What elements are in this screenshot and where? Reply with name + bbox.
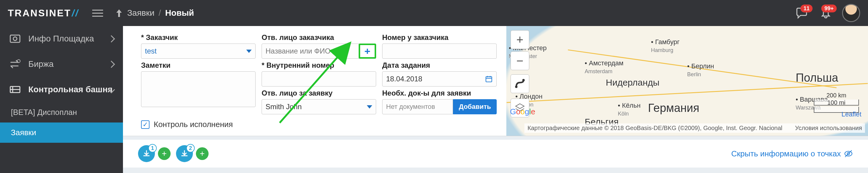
svg-rect-0	[10, 35, 20, 42]
field-docs: Необх. док-ы для заявки Нет документов Д…	[382, 89, 497, 114]
svg-point-1	[13, 37, 17, 41]
date-input[interactable]: 18.04.2018	[382, 71, 497, 86]
waypoint-add-button[interactable]: +	[196, 147, 209, 160]
customer-number-input[interactable]	[386, 47, 493, 55]
label-notes: Заметки	[141, 61, 255, 70]
sidebar-item-label: Инфо Площадка	[28, 34, 94, 44]
waypoint-button[interactable]: 1	[138, 145, 155, 162]
internal-no-input[interactable]	[266, 75, 372, 83]
avatar[interactable]	[842, 4, 860, 22]
label-contact: Отв. лицо заказчика	[261, 33, 376, 42]
exchange-icon	[9, 58, 21, 70]
bell-icon[interactable]: 99+	[818, 5, 834, 21]
field-contact: Отв. лицо заказчика +	[261, 33, 376, 59]
sidebar-item-tower[interactable]: Контрольная башня	[0, 77, 123, 102]
map-country-label: Польша	[796, 71, 838, 84]
map-attr-text: Картографические данные © 2018 GeoBasis-…	[527, 125, 782, 131]
add-doc-label: Добавить	[459, 103, 491, 111]
map-city-label: • ГамбургHamburg	[651, 38, 680, 54]
breadcrumb: Заявки / Новый	[115, 8, 194, 18]
map-zoom-in-button[interactable]: +	[510, 30, 529, 49]
contact-input[interactable]	[266, 47, 355, 55]
sidebar-sub-orders[interactable]: Заявки	[0, 123, 123, 143]
google-logo: Google	[510, 107, 535, 117]
svg-point-2	[17, 59, 20, 63]
waypoints-bar: 1+2+ Скрыть информацию о точках	[123, 140, 868, 168]
internal-no-input-wrap[interactable]	[261, 71, 376, 86]
field-date: Дата задания 18.04.2018	[382, 61, 497, 86]
map-city-label: • АмстердамAmsterdam	[585, 59, 624, 75]
add-contact-button[interactable]: +	[359, 44, 376, 59]
waypoints-group: 1+2+	[138, 145, 209, 162]
notes-textarea[interactable]	[141, 71, 255, 107]
main: Инфо Площадка Биржа Контрольная башня [B…	[0, 26, 868, 173]
responsible-value: Smith John	[266, 102, 302, 111]
map[interactable]: НидерландыГерманияБельгияПольша• Манчест…	[506, 26, 868, 136]
waypoint-number: 2	[186, 144, 195, 152]
sidebar-item-label: Биржа	[28, 59, 54, 69]
sidebar-sub-label: Заявки	[11, 128, 36, 137]
sidebar-sub-label: [BETA] Диспоплан	[11, 108, 77, 117]
form-left: * Заказчик test Отв. лицо заказчика	[123, 26, 506, 136]
checkbox-icon[interactable]: ✓	[141, 120, 150, 129]
responsible-select[interactable]: Smith John	[261, 99, 376, 114]
hide-points-link[interactable]: Скрыть информацию о точках	[731, 149, 853, 158]
waypoint-number: 1	[148, 144, 157, 152]
bell-badge: 99+	[821, 4, 837, 13]
date-value: 18.04.2018	[386, 75, 422, 83]
caret-down-icon	[246, 50, 252, 53]
docs-display: Нет документов	[382, 99, 453, 114]
field-customer: * Заказчик test	[141, 33, 255, 59]
label-customer: * Заказчик	[141, 33, 255, 42]
label-docs: Необх. док-ы для заявки	[382, 89, 497, 97]
chat-icon[interactable]: 11	[794, 5, 809, 21]
sidebar-item-info[interactable]: Инфо Площадка	[0, 26, 123, 51]
sidebar-sub-dispoplan[interactable]: [BETA] Диспоплан	[0, 102, 123, 123]
field-responsible: Отв. лицо за заявку Smith John	[261, 89, 376, 114]
docs-value: Нет документов	[386, 103, 435, 111]
waypoint-add-button[interactable]: +	[158, 147, 170, 160]
calendar-icon	[485, 75, 493, 83]
caret-down-icon	[367, 105, 372, 108]
field-customer-number: Номер у заказчика	[382, 33, 497, 59]
label-customer-number: Номер у заказчика	[382, 33, 497, 42]
contact-input-wrap[interactable]	[261, 44, 359, 59]
info-icon	[9, 33, 21, 45]
map-attribution: Картографические данные © 2018 GeoBasis-…	[524, 123, 865, 133]
svg-rect-6	[486, 76, 492, 82]
control-label: Контроль исполнения	[154, 120, 233, 129]
logo-slash-icon: //	[72, 7, 79, 19]
field-internal-no: * Внутренний номер	[261, 61, 376, 86]
customer-select[interactable]: test	[141, 44, 255, 59]
map-city-label: • КёльнKöln	[618, 102, 641, 117]
content: * Заказчик test Отв. лицо заказчика	[123, 26, 868, 173]
hamburger-menu-icon[interactable]	[92, 10, 103, 17]
logo: TRANSINET //	[8, 7, 79, 19]
up-arrow-icon[interactable]	[115, 8, 123, 18]
sidebar: Инфо Площадка Биржа Контрольная башня [B…	[0, 26, 123, 173]
waypoint-pair: 1+	[138, 145, 170, 162]
breadcrumb-sep: /	[158, 8, 161, 18]
map-zoom-out-button[interactable]: −	[510, 51, 529, 70]
form-panel: * Заказчик test Отв. лицо заказчика	[123, 26, 868, 136]
customer-number-input-wrap[interactable]	[382, 44, 497, 59]
label-date: Дата задания	[382, 61, 497, 70]
waypoint-pair: 2+	[176, 145, 209, 162]
sidebar-item-exchange[interactable]: Биржа	[0, 51, 123, 77]
label-internal-no: * Внутренний номер	[261, 61, 376, 70]
add-doc-button[interactable]: Добавить	[453, 99, 497, 114]
map-country-label: Германия	[648, 102, 699, 115]
breadcrumb-parent[interactable]: Заявки	[127, 8, 154, 18]
route-icon	[515, 78, 525, 89]
map-city-label: • БерлинBerlin	[687, 62, 714, 78]
label-responsible: Отв. лицо за заявку	[261, 89, 376, 97]
map-route-button[interactable]	[510, 74, 529, 93]
svg-point-11	[515, 85, 518, 88]
control-checkbox-row[interactable]: ✓ Контроль исполнения	[141, 120, 497, 129]
leaflet-link[interactable]: Leaflet	[841, 110, 861, 118]
customer-value: test	[145, 47, 157, 55]
waypoint-button[interactable]: 2	[176, 145, 193, 162]
map-terms-link[interactable]: Условия использования	[795, 125, 862, 131]
tower-icon	[9, 83, 21, 96]
field-notes: Заметки	[141, 61, 255, 114]
